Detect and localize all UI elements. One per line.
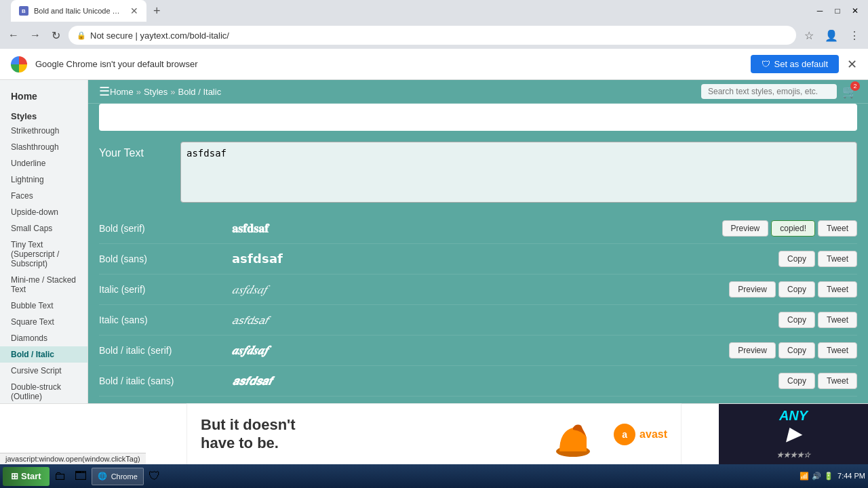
search-input[interactable]: [701, 84, 837, 99]
network-icon: 📶: [800, 472, 809, 481]
minimize-button[interactable]: ─: [812, 3, 827, 18]
window-controls: ─ □ ✕: [812, 3, 863, 18]
address-input[interactable]: 🔒 Not secure | yaytext.com/bold-italic/: [68, 26, 796, 45]
style-actions-bold-italic-sans: Copy Tweet: [778, 373, 857, 389]
ad-text: But it doesn't have to be.: [201, 416, 532, 452]
sidebar-item-faces[interactable]: Faces: [0, 188, 87, 204]
tweet-button-bold-sans[interactable]: Tweet: [818, 251, 857, 267]
copy-button-italic-sans[interactable]: Copy: [778, 312, 815, 328]
style-actions-bold-serif: Preview copied! Tweet: [722, 220, 857, 237]
title-bar: B Bold and Italic Unicode Text Tool - 1.…: [0, 0, 868, 22]
close-button[interactable]: ✕: [848, 3, 863, 18]
breadcrumb-current: Bold / Italic: [178, 87, 222, 97]
menu-button[interactable]: ⋮: [846, 26, 863, 45]
sidebar-item-bold-italic[interactable]: Bold / Italic: [0, 346, 87, 363]
sidebar-item-slashthrough[interactable]: Slashthrough: [0, 139, 87, 155]
browser-window: B Bold and Italic Unicode Text Tool - 1.…: [0, 0, 868, 80]
style-preview-bold-italic-sans: 𝙖𝙨𝙛𝙙𝙨𝙖𝙛: [232, 374, 768, 388]
taskbar-security-icon[interactable]: 🛡: [145, 467, 164, 486]
copy-button-bold-italic-sans[interactable]: Copy: [778, 373, 815, 389]
sidebar-item-tiny-text[interactable]: Tiny Text (Superscript / Subscript): [0, 237, 87, 272]
style-actions-bold-sans: Copy Tweet: [778, 251, 857, 267]
preview-button-bold-italic-serif[interactable]: Preview: [729, 342, 776, 359]
style-row-bold-italic-serif: Bold / italic (serif) 𝒂𝒔𝒇𝒅𝒔𝒂𝒇 Preview Co…: [99, 336, 857, 366]
sidebar-item-upside-down[interactable]: Upside-down: [0, 204, 87, 220]
active-tab[interactable]: B Bold and Italic Unicode Text Tool - 1.…: [11, 0, 146, 22]
breadcrumb-styles[interactable]: Styles: [144, 87, 167, 97]
bookmark-button[interactable]: ☆: [802, 26, 816, 45]
sidebar-item-double-struck[interactable]: Double-struck (Outline): [0, 379, 87, 405]
breadcrumb-home[interactable]: Home: [110, 87, 134, 97]
style-actions-bold-italic-serif: Preview Copy Tweet: [729, 342, 857, 359]
style-preview-bold-serif: 𝐚𝐬𝐟𝐝𝐬𝐚𝐟: [232, 222, 711, 236]
style-preview-bold-italic-serif: 𝒂𝒔𝒇𝒅𝒔𝒂𝒇: [232, 344, 718, 358]
tab-close-button[interactable]: ✕: [130, 5, 138, 16]
tweet-button-bold-italic-serif[interactable]: Tweet: [818, 342, 857, 359]
tweet-button-bold-serif[interactable]: Tweet: [818, 220, 857, 237]
cart-button[interactable]: 🛒 2: [842, 84, 857, 99]
copy-button-bold-italic-serif[interactable]: Copy: [778, 342, 815, 359]
volume-icon: 🔊: [812, 472, 821, 481]
new-tab-button[interactable]: +: [149, 3, 165, 20]
notification-bar: Google Chrome isn't your default browser…: [0, 49, 868, 80]
start-button[interactable]: ⊞ Start: [3, 467, 50, 486]
maximize-button[interactable]: □: [830, 3, 845, 18]
tab-bar: B Bold and Italic Unicode Text Tool - 1.…: [5, 0, 170, 22]
sidebar-item-diamonds[interactable]: Diamonds: [0, 330, 87, 346]
sidebar-item-square-text[interactable]: Square Text: [0, 314, 87, 330]
breadcrumb: Home » Styles » Bold / Italic: [110, 87, 221, 97]
sidebar-item-mini-me[interactable]: Mini-me / Stacked Text: [0, 272, 87, 298]
ad-right-banner: ANY ▶ ★★★★☆: [719, 404, 868, 464]
close-notification-button[interactable]: ✕: [847, 57, 857, 72]
style-row-italic-sans: Italic (sans) 𝘢𝘴𝘧𝘥𝘴𝘢𝘧 Copy Tweet: [99, 305, 857, 336]
ad-inner: But it doesn't have to be. a avast: [186, 403, 682, 466]
tweet-button-italic-sans[interactable]: Tweet: [818, 312, 857, 328]
copy-button-bold-sans[interactable]: Copy: [778, 251, 815, 267]
your-text-input[interactable]: asfdsaf: [180, 142, 857, 203]
refresh-button[interactable]: ↻: [49, 26, 63, 45]
address-text: Not secure | yaytext.com/bold-italic/: [90, 30, 229, 41]
sidebar-item-cursive[interactable]: Cursive Script: [0, 363, 87, 379]
avast-logo: avast: [639, 428, 667, 441]
sidebar-item-bubble-text[interactable]: Bubble Text: [0, 298, 87, 314]
preview-button-bold-serif[interactable]: Preview: [722, 220, 769, 237]
style-name-italic-serif: Italic (serif): [99, 284, 221, 295]
set-default-button[interactable]: 🛡 Set as default: [751, 55, 840, 73]
copy-button-bold-serif[interactable]: copied!: [771, 220, 815, 237]
forward-button[interactable]: →: [27, 26, 43, 44]
content-area: Your Text asfdsaf Bold (serif) 𝐚𝐬𝐟𝐝𝐬𝐚𝐟 P…: [88, 142, 868, 407]
tweet-button-italic-serif[interactable]: Tweet: [818, 281, 857, 298]
style-actions-italic-serif: Preview Copy Tweet: [729, 281, 857, 298]
style-row-italic-serif: Italic (serif) 𝑎𝑠𝑓𝑑𝑠𝑎𝑓 Preview Copy Twee…: [99, 274, 857, 305]
sidebar-item-strikethrough[interactable]: Strikethrough: [0, 123, 87, 139]
style-actions-italic-sans: Copy Tweet: [778, 312, 857, 328]
taskbar-folder-icon[interactable]: 🗀: [51, 467, 70, 486]
shield-icon: 🛡: [762, 59, 770, 69]
sidebar-item-underline[interactable]: Underline: [0, 155, 87, 171]
taskbar-right: 📶 🔊 🔋 7:44 PM: [800, 471, 865, 481]
windows-icon: ⊞: [11, 471, 18, 481]
taskbar-explorer-icon[interactable]: 🗔: [71, 467, 90, 486]
hamburger-button[interactable]: ☰: [99, 84, 110, 99]
your-text-label: Your Text: [99, 142, 167, 159]
sidebar-item-lightning[interactable]: Lightning: [0, 171, 87, 188]
sidebar-home[interactable]: Home: [0, 85, 87, 107]
style-preview-bold-sans: 𝗮𝘀𝗳𝗱𝘀𝗮𝗳: [232, 251, 768, 266]
tweet-button-bold-italic-sans[interactable]: Tweet: [818, 373, 857, 389]
breadcrumb-sep-2: »: [170, 87, 175, 97]
style-name-bold-sans: Bold (sans): [99, 253, 221, 264]
style-row-bold-serif: Bold (serif) 𝐚𝐬𝐟𝐝𝐬𝐚𝐟 Preview copied! Twe…: [99, 214, 857, 244]
header-banner: [99, 104, 857, 131]
top-nav: ☰ Home » Styles » Bold / Italic 🛒 2: [88, 80, 868, 104]
taskbar-chrome-program[interactable]: 🌐 Chrome: [92, 468, 144, 485]
top-nav-right: 🛒 2: [701, 84, 857, 99]
taskbar: ⊞ Start 🗀 🗔 🌐 Chrome 🛡 📶 🔊 🔋 7:44 PM: [0, 464, 868, 488]
chrome-icon: 🌐: [98, 472, 107, 481]
ad-logo-area: a avast: [614, 424, 667, 445]
profile-button[interactable]: 👤: [822, 26, 841, 45]
back-button[interactable]: ←: [5, 26, 22, 44]
sidebar-item-small-caps[interactable]: Small Caps: [0, 220, 87, 237]
copy-button-italic-serif[interactable]: Copy: [778, 281, 815, 298]
style-row-bold-italic-sans: Bold / italic (sans) 𝙖𝙨𝙛𝙙𝙨𝙖𝙛 Copy Tweet: [99, 366, 857, 396]
preview-button-italic-serif[interactable]: Preview: [729, 281, 776, 298]
